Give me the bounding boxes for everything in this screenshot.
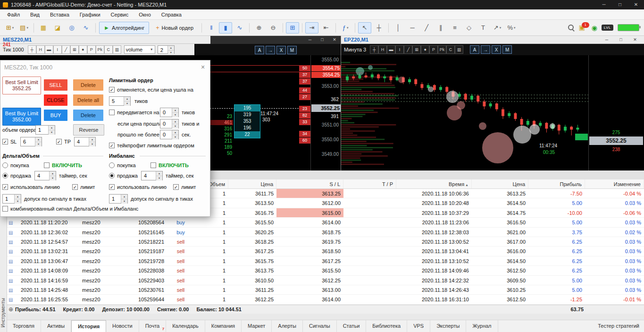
reverse-button[interactable]: Reverse bbox=[73, 124, 104, 136]
notifications-icon[interactable]: ▣ 1 bbox=[579, 24, 587, 32]
price-passed-spinner[interactable]: 0 ▴▾ bbox=[160, 119, 179, 128]
left-chart-title-bar[interactable]: MESZ20,M1 ─ □ ✕ bbox=[0, 36, 341, 44]
menu-item[interactable]: Файл bbox=[2, 10, 25, 19]
chart-tool-icon[interactable]: I bbox=[53, 45, 62, 54]
best-buy-limit-button[interactable]: Best Buy Limit 3552.00 bbox=[2, 108, 41, 126]
chart-tool-icon[interactable]: ▬ bbox=[45, 45, 53, 54]
delta-enable-checkbox[interactable]: ВКЛЮЧИТЬ bbox=[44, 162, 82, 168]
navigator-icon[interactable]: ◎ bbox=[65, 22, 78, 34]
chart-tool-icon[interactable]: I bbox=[395, 45, 404, 54]
history-row[interactable]: ▤2020.11.18 14:08:09mesz20105228038sell1… bbox=[7, 266, 644, 275]
menu-item[interactable]: Вид bbox=[25, 10, 45, 19]
tab-item[interactable]: Новости bbox=[106, 320, 139, 332]
buy-button[interactable]: BUY bbox=[44, 110, 67, 121]
imbalance-useline-checkbox[interactable]: ✓ использовать линию bbox=[109, 184, 167, 190]
algo-trading-button[interactable]: ►Алготрейдинг bbox=[99, 22, 149, 34]
vertical-line-icon[interactable]: │ bbox=[392, 22, 405, 34]
right-chart-canvas[interactable]: 275 3552.25 238 11:47:24 00:35 bbox=[341, 55, 644, 170]
search-icon[interactable] bbox=[568, 25, 575, 31]
menu-item[interactable]: Справка bbox=[156, 10, 187, 19]
chart-tool-icon[interactable]: ╱ bbox=[404, 45, 412, 54]
imbalance-buy-radio[interactable]: покупка bbox=[109, 162, 136, 168]
tp-spinner[interactable]: 4 ▴▾ bbox=[74, 137, 96, 146]
right-chart-period-label[interactable]: Минута 3 bbox=[344, 47, 366, 52]
tab-item[interactable]: Календарь bbox=[166, 320, 205, 332]
fibonacci-icon[interactable]: ≡ bbox=[448, 22, 461, 34]
chart-tool-icon[interactable]: ⊞ bbox=[412, 45, 421, 54]
history-row[interactable]: ▤2020.11.18 12:54:57mesz20105218221sell1… bbox=[7, 237, 644, 247]
chart-tool-icon[interactable]: C bbox=[104, 45, 113, 54]
tab-item[interactable]: История bbox=[71, 320, 106, 332]
chart-panel-button[interactable]: → bbox=[266, 46, 275, 54]
percent-icon[interactable]: %▾ bbox=[505, 22, 518, 34]
new-chart-icon[interactable]: ⊞▾ bbox=[3, 22, 17, 34]
delta-tolerance-spinner[interactable]: 1 ▴▾ bbox=[2, 194, 21, 204]
new-order-button[interactable]: +Новый ордер bbox=[151, 22, 198, 34]
delta-buy-radio[interactable]: покупка bbox=[2, 162, 29, 168]
chart-minimize-button[interactable]: ─ bbox=[304, 36, 316, 44]
chart-panel-button[interactable]: M bbox=[502, 45, 512, 54]
channel-icon[interactable]: ∥ bbox=[434, 22, 447, 34]
depth-spinner[interactable]: 2 ▴▾ bbox=[158, 45, 175, 54]
history-row[interactable]: ▤2020.11.18 12:36:02mesz20105216145buy13… bbox=[7, 228, 644, 237]
spinner-up-icon[interactable]: ▴ bbox=[168, 46, 174, 51]
history-row[interactable]: ▤2020.11.18 11:20:20mesz20105208564buy13… bbox=[7, 218, 644, 227]
delta-timer-spinner[interactable]: 4 ▴▾ bbox=[34, 171, 56, 180]
menu-item[interactable]: Вставка bbox=[45, 10, 75, 19]
line-chart-icon[interactable]: ∿ bbox=[233, 22, 246, 34]
chart-tool-icon[interactable]: P bbox=[429, 45, 438, 54]
best-sell-limit-button[interactable]: Best Sell Limit 3552.25 bbox=[2, 77, 41, 94]
move-order-checkbox[interactable]: передвигается на bbox=[109, 110, 159, 115]
connection-icon[interactable]: ◉ bbox=[592, 24, 597, 32]
zoom-in-icon[interactable]: ⊕ bbox=[252, 22, 266, 34]
imbalance-timer-spinner[interactable]: 4 ▴▾ bbox=[141, 171, 163, 180]
chart-panel-button[interactable]: A bbox=[255, 46, 264, 54]
left-chart-period-label[interactable]: Тик 1000 bbox=[3, 47, 24, 52]
tab-item[interactable]: VPS bbox=[407, 320, 430, 332]
sl-checkbox[interactable]: ✓ SL bbox=[2, 139, 17, 145]
maximize-button[interactable]: □ bbox=[612, 0, 628, 9]
imbalance-sell-radio[interactable]: продажа bbox=[109, 173, 138, 179]
column-header[interactable]: Время ▲ bbox=[396, 179, 472, 188]
auto-scroll-icon[interactable]: ⇥ bbox=[305, 22, 318, 34]
chart-panel-button[interactable]: X bbox=[276, 46, 286, 54]
cursor-icon[interactable]: ↖ bbox=[358, 22, 371, 34]
column-header[interactable]: Прибыль bbox=[528, 179, 585, 188]
chart-tool-icon[interactable]: H bbox=[378, 45, 387, 54]
trendline-icon[interactable]: ╱ bbox=[420, 22, 433, 34]
column-header[interactable]: Цена bbox=[472, 179, 528, 188]
chart-panel-button[interactable]: X bbox=[492, 45, 501, 54]
sl-spinner[interactable]: 6 ▴▾ bbox=[20, 137, 42, 146]
close-icon[interactable]: ✕ bbox=[199, 63, 207, 71]
chart-maximize-button[interactable]: □ bbox=[316, 36, 328, 44]
imbalance-tolerance-spinner[interactable]: 1 ▴▾ bbox=[109, 194, 128, 204]
cancel-ticks-spinner[interactable]: 5 ▴▾ bbox=[109, 96, 131, 106]
menu-item[interactable]: Сервис bbox=[106, 10, 134, 19]
sell-button[interactable]: SELL bbox=[44, 79, 67, 91]
chart-maximize-button[interactable]: □ bbox=[615, 36, 627, 43]
delta-limit-checkbox[interactable]: ✓ лимит bbox=[72, 184, 95, 190]
close-button[interactable]: ✕ bbox=[628, 0, 644, 9]
menu-item[interactable]: Графики bbox=[75, 10, 106, 19]
column-header[interactable]: T / P bbox=[343, 179, 396, 188]
chart-close-button[interactable]: ✕ bbox=[328, 36, 341, 44]
column-header[interactable]: S / L bbox=[276, 179, 343, 188]
expand-icon[interactable]: ⊕ bbox=[7, 306, 15, 313]
chart-tool-icon[interactable]: ● bbox=[79, 45, 87, 54]
chart-tool-icon[interactable]: Pk bbox=[438, 45, 446, 54]
chart-tool-icon[interactable]: ╱ bbox=[62, 45, 70, 54]
chart-tool-icon[interactable]: ● bbox=[421, 45, 429, 54]
strategy-tester-tab[interactable]: Тестер стратегий bbox=[598, 323, 639, 329]
chart-tool-icon[interactable]: ⊞ bbox=[70, 45, 79, 54]
chart-tool-icon[interactable]: ┼ bbox=[370, 45, 378, 54]
volume-mode-select[interactable]: volume ▼ bbox=[124, 45, 155, 54]
tab-item[interactable]: Статьи bbox=[337, 320, 367, 332]
chart-panel-button[interactable]: M bbox=[287, 46, 297, 54]
delta-useline-checkbox[interactable]: ✓ использовать линию bbox=[2, 184, 60, 190]
history-row[interactable]: ▤2020.11.18 13:02:31mesz20105219187sell1… bbox=[7, 247, 644, 256]
combined-signal-checkbox[interactable]: комбинированный сигнал Дельта/Объем и Им… bbox=[2, 206, 138, 212]
history-row[interactable]: ▤2020.11.18 16:25:55mesz20105259644sell1… bbox=[7, 295, 644, 304]
bar-chart-icon[interactable]: ‖ bbox=[205, 22, 218, 34]
chart-shift-icon[interactable]: ⇤ bbox=[319, 22, 333, 34]
market-watch-icon[interactable]: ▦ bbox=[37, 22, 50, 34]
